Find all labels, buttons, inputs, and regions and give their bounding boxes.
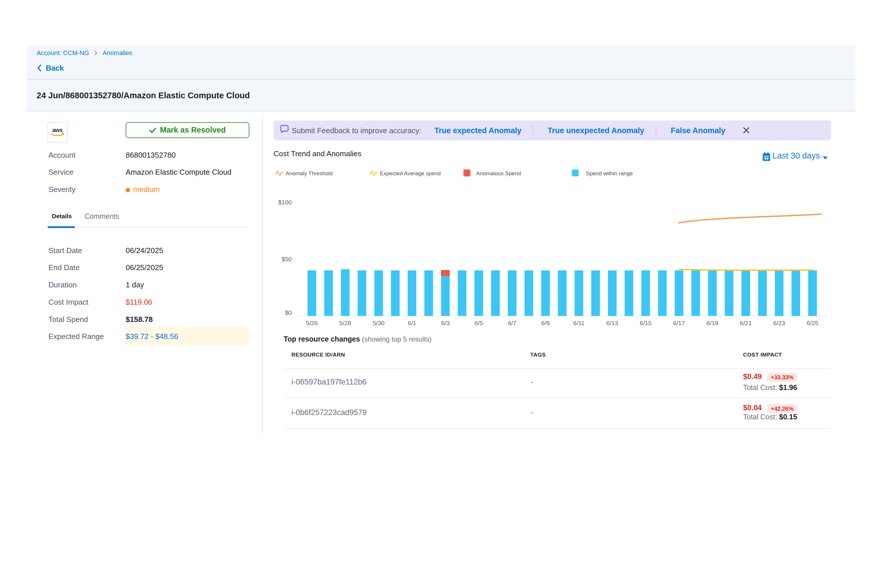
svg-text:6/5: 6/5 xyxy=(474,320,483,326)
svg-text:6/23: 6/23 xyxy=(773,320,785,326)
svg-text:$100: $100 xyxy=(278,199,292,206)
svg-text:$50: $50 xyxy=(282,256,292,262)
svg-text:5/28: 5/28 xyxy=(339,320,351,326)
svg-text:5/26: 5/26 xyxy=(306,320,318,326)
svg-text:6/15: 6/15 xyxy=(640,320,652,326)
svg-text:6/9: 6/9 xyxy=(541,320,550,326)
svg-text:5/30: 5/30 xyxy=(373,320,384,326)
svg-text:6/13: 6/13 xyxy=(606,320,618,326)
svg-text:$0: $0 xyxy=(285,309,292,316)
svg-text:6/21: 6/21 xyxy=(740,320,752,326)
svg-text:6/3: 6/3 xyxy=(441,320,450,326)
svg-text:6/11: 6/11 xyxy=(573,320,585,326)
svg-text:6/19: 6/19 xyxy=(706,320,718,326)
svg-text:6/25: 6/25 xyxy=(807,320,819,326)
svg-text:6/7: 6/7 xyxy=(508,320,516,326)
svg-text:6/1: 6/1 xyxy=(408,320,416,326)
svg-text:6/17: 6/17 xyxy=(673,320,685,326)
